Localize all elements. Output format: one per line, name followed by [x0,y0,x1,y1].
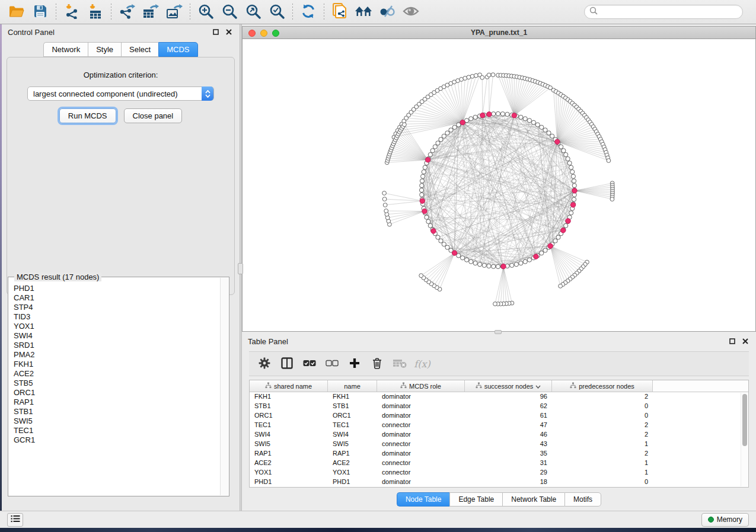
network-node[interactable] [445,245,449,249]
network-node[interactable] [564,152,568,156]
network-node[interactable] [607,159,611,163]
mcds-dominator-node[interactable] [460,120,465,124]
network-node[interactable] [423,165,427,169]
tab-network-table[interactable]: Network Table [502,492,564,507]
network-node[interactable] [547,131,551,135]
network-node[interactable] [469,117,473,121]
network-node[interactable] [469,259,473,264]
mcds-dominator-node[interactable] [561,228,566,233]
network-node[interactable] [382,191,387,196]
mcds-result-item[interactable]: STB5 [14,379,220,388]
network-node[interactable] [572,184,576,188]
network-node[interactable] [556,235,560,239]
network-node[interactable] [493,302,497,306]
mcds-dominator-node[interactable] [422,209,427,213]
network-node[interactable] [514,262,518,267]
network-node[interactable] [420,193,424,197]
tab-node-table[interactable]: Node Table [397,492,450,507]
add-column-button[interactable] [345,354,364,373]
network-node[interactable] [566,156,570,161]
mcds-dominator-node[interactable] [566,219,570,223]
mcds-result-item[interactable]: PMA2 [14,350,220,360]
table-row[interactable]: STB1STB1dominator620 [250,402,748,411]
network-node[interactable] [442,242,446,246]
network-node[interactable] [543,248,547,252]
network-node[interactable] [473,115,477,119]
table-row[interactable]: ACE2ACE2connector311 [250,459,748,468]
export-image-button[interactable] [162,2,186,22]
network-node[interactable] [559,145,563,149]
network-node[interactable] [439,239,443,243]
search-input[interactable] [598,8,738,16]
network-node[interactable] [460,256,464,260]
table-scrollbar-thumb[interactable] [742,394,747,446]
mcds-dominator-node[interactable] [425,158,430,162]
network-node[interactable] [496,111,500,116]
task-history-button[interactable] [7,513,23,527]
network-node[interactable] [523,259,527,264]
table-row[interactable]: YOX1YOX1connector291 [250,468,748,477]
zoom-in-button[interactable] [194,2,218,22]
network-node[interactable] [436,235,440,239]
network-node[interactable] [610,197,614,201]
mcds-dominator-node[interactable] [420,198,425,203]
mcds-dominator-node[interactable] [487,112,492,117]
horizontal-splitter-grip[interactable] [495,330,502,334]
export-network-button[interactable] [115,2,139,22]
network-node[interactable] [464,258,468,262]
close-panel-icon[interactable] [224,27,234,37]
network-node[interactable] [572,179,576,183]
mcds-result-item[interactable]: FKH1 [14,360,220,369]
network-node[interactable] [523,117,527,121]
mcds-dominator-node[interactable] [548,243,553,248]
network-node[interactable] [470,74,474,78]
mcds-result-item[interactable]: GCR1 [14,435,220,445]
float-panel-icon[interactable] [211,27,221,37]
mcds-result-scrollbar[interactable] [220,278,228,495]
network-node[interactable] [571,174,575,178]
network-node[interactable] [425,215,429,219]
network-node[interactable] [439,137,443,142]
network-node[interactable] [510,263,514,267]
show-eye-button[interactable] [399,2,423,22]
table-row[interactable]: ORC1ORC1dominator610 [250,411,748,421]
window-close-icon[interactable] [248,30,256,37]
refresh-button[interactable] [296,2,320,22]
network-node[interactable] [383,203,387,207]
run-mcds-button[interactable]: Run MCDS [59,108,116,123]
tab-network[interactable]: Network [43,42,88,57]
hide-glasses-button[interactable] [375,2,399,22]
tab-motifs[interactable]: Motifs [564,492,601,507]
network-node[interactable] [540,125,544,129]
network-view-canvas[interactable] [243,39,755,331]
mcds-dominator-node[interactable] [572,188,577,193]
network-node[interactable] [419,274,423,278]
mcds-result-item[interactable]: PHD1 [14,284,220,293]
network-node[interactable] [559,284,563,288]
network-node[interactable] [487,73,491,77]
network-node[interactable] [382,197,387,201]
mcds-result-item[interactable]: TEC1 [14,426,220,435]
network-node[interactable] [564,223,568,227]
network-node[interactable] [491,73,495,77]
delete-table-button[interactable] [390,354,409,373]
network-node[interactable] [420,184,424,188]
column-header-MCDS-role[interactable]: MCDS role [377,380,465,392]
table-row[interactable]: RAP1RAP1dominator352 [250,449,748,459]
import-table-button[interactable] [84,2,107,22]
network-node[interactable] [449,128,453,132]
table-scrollbar[interactable] [741,393,748,486]
mcds-result-list[interactable]: PHD1CAR1STP4TID3YOX1SWI4SRD1PMA2FKH1ACE2… [9,278,220,495]
mcds-result-item[interactable]: STP4 [14,303,220,312]
network-node[interactable] [478,262,482,267]
import-network-button[interactable] [60,2,84,22]
mcds-result-item[interactable]: CAR1 [14,293,220,303]
network-node[interactable] [553,239,557,243]
table-row[interactable]: SWI4SWI4dominator462 [250,430,748,440]
network-node[interactable] [442,134,446,138]
criterion-select[interactable]: largest connected component (undirected) [27,86,214,101]
network-node[interactable] [428,223,432,227]
column-header-successor-nodes[interactable]: successor nodes [465,380,552,392]
network-node[interactable] [480,75,484,79]
mcds-result-item[interactable]: STB1 [14,407,220,416]
